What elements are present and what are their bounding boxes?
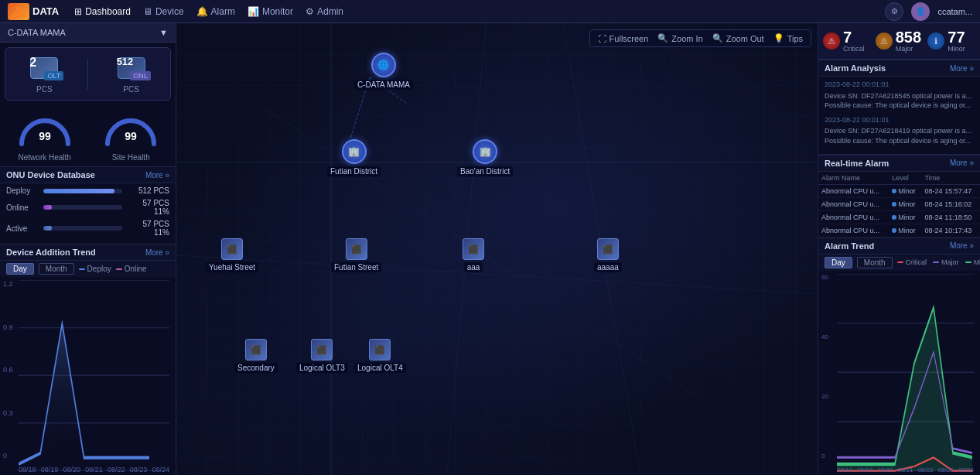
onu-count: 512 [117, 56, 134, 67]
olt-badge: OLT [44, 71, 63, 80]
fullscreen-icon: ⛶ [598, 34, 606, 43]
tips-button[interactable]: 💡 Tips [773, 33, 803, 43]
col-level: Level [889, 172, 921, 185]
month-button[interactable]: Month [39, 263, 74, 275]
olt4-node[interactable]: ⬛ Logical OLT4 [354, 339, 406, 373]
critical-alarm-item: ⚠ 7 Critical [823, 29, 871, 53]
col-alarm-name: Alarm Name [818, 172, 889, 185]
deploy-bar-bg [43, 189, 122, 193]
baoan-district-node[interactable]: 🏢 Bao'an District [457, 139, 513, 176]
root-node-icon: 🌐 [371, 53, 396, 77]
nav-monitor[interactable]: 📊 Monitor [248, 6, 293, 17]
level-badge-4: Minor [892, 227, 916, 234]
alarm-month-button[interactable]: Month [857, 257, 893, 268]
tips-icon: 💡 [773, 33, 784, 43]
major-legend: Major [933, 258, 959, 266]
zoom-in-button[interactable]: 🔍 Zoom In [657, 33, 702, 43]
futian-street-node[interactable]: ⬛ Futian Street [331, 238, 381, 272]
username: ccatam... [937, 7, 972, 16]
nav-dashboard[interactable]: ⊞ Dashboard [74, 6, 131, 17]
realtime-alarm-content: Alarm Name Level Time Abnormal CPU u... … [818, 172, 980, 238]
onu-item: 512 ONL PCS [112, 54, 151, 94]
critical-label: Critical [843, 45, 865, 53]
major-count: 858 [896, 29, 921, 45]
table-row: Abnormal CPU u... Minor 08-24 11:18:50 [818, 210, 980, 224]
alarm-analysis-more[interactable]: More » [950, 64, 974, 73]
secondary-node[interactable]: ⬛ Secondary [234, 339, 278, 373]
alarm-table: Alarm Name Level Time Abnormal CPU u... … [818, 172, 980, 238]
row1-level: Minor [889, 184, 921, 197]
alarm-day-button[interactable]: Day [825, 257, 852, 268]
center-map: ⛶ Fullscreen 🔍 Zoom In 🔍 Zoom Out 💡 Tips [176, 23, 818, 475]
aaa-icon: ⬛ [463, 238, 484, 260]
olt3-node[interactable]: ⬛ Logical OLT3 [296, 339, 348, 373]
nav-items: ⊞ Dashboard 🖥 Device 🔔 Alarm 📊 Monitor ⚙… [74, 6, 869, 17]
aaaaa-node[interactable]: ⬛ aaaaa [594, 238, 622, 272]
row2-level: Minor [889, 197, 921, 210]
legend-deploy: Deploy [79, 265, 111, 273]
critical-legend: Critical [897, 258, 927, 266]
olt-count: 2 [29, 56, 36, 70]
zoom-out-button[interactable]: 🔍 Zoom Out [712, 33, 764, 43]
table-row: Abnormal CPU u... Minor 08-24 10:17:43 [818, 224, 980, 237]
settings-button[interactable]: ⚙ [885, 2, 903, 21]
row2-time: 08-24 15:16:02 [922, 197, 980, 210]
nav-alarm[interactable]: 🔔 Alarm [196, 6, 235, 17]
online-bar-bg [43, 205, 122, 210]
olt3-icon: ⬛ [311, 339, 333, 361]
fullscreen-button[interactable]: ⛶ Fullscreen [598, 34, 649, 43]
nav-device[interactable]: 🖥 Device [143, 6, 184, 17]
svg-text:99: 99 [125, 130, 137, 142]
baoan-district-label: Bao'an District [457, 166, 513, 176]
table-row: Abnormal CPU u... Minor 08-24 15:16:02 [818, 197, 980, 210]
root-node[interactable]: 🌐 C-DATA MAMA [354, 53, 413, 90]
critical-icon: ⚠ [823, 32, 840, 50]
major-icon: ⚠ [876, 32, 893, 50]
row3-time: 08-24 11:18:50 [922, 210, 980, 224]
realtime-alarm-more[interactable]: More » [950, 159, 974, 167]
alarm-table-header: Alarm Name Level Time [818, 172, 980, 185]
onu-db-header: ONU Device Database More » [0, 166, 176, 183]
alarm-ts-1: 2023-08-22 00:01:01 [825, 80, 974, 90]
olt-icon-box: 2 OLT [25, 54, 63, 82]
alarm-trend-title: Alarm Trend [825, 241, 874, 251]
row1-time: 08-24 15:57:47 [922, 184, 980, 197]
secondary-icon: ⬛ [245, 339, 267, 361]
svg-marker-9 [19, 323, 149, 470]
day-button[interactable]: Day [6, 263, 34, 275]
futian-street-label: Futian Street [331, 262, 381, 272]
futian-district-icon: 🏢 [342, 139, 367, 164]
aaa-node[interactable]: ⬛ aaa [463, 238, 484, 272]
secondary-label: Secondary [234, 363, 278, 373]
device-trend-more[interactable]: More » [145, 248, 169, 257]
row4-name: Abnormal CPU u... [818, 224, 889, 237]
active-value: 57 PCS 11% [127, 220, 169, 237]
olt-item: 2 OLT PCS [25, 54, 63, 94]
svg-marker-29 [837, 307, 972, 470]
alarm-trend-more[interactable]: More » [950, 241, 974, 250]
trend-controls: Day Month Deploy Online [0, 261, 176, 277]
baoan-district-icon: 🏢 [473, 139, 497, 164]
device-summary: 2 OLT PCS 512 ONL PCS [5, 47, 171, 101]
onu-db-more[interactable]: More » [145, 171, 169, 179]
nav-admin[interactable]: ⚙ Admin [306, 6, 343, 17]
col-time: Time [922, 172, 980, 185]
alarm-entry-1: 2023-08-22 00:01:01 Device SN: DF27A6218… [825, 80, 974, 111]
row1-name: Abnormal CPU u... [818, 184, 889, 197]
alarm-analysis-title: Alarm Analysis [825, 63, 886, 73]
site-health-svg: 99 [100, 105, 162, 152]
site-health-label: Site Health [112, 153, 150, 162]
alarm-device-1: Device SN: DF27A6218545 optical power is… [825, 91, 974, 101]
major-info: 858 Major [896, 29, 921, 53]
olt3-label: Logical OLT3 [296, 363, 348, 373]
admin-icon: ⚙ [306, 6, 314, 17]
dropdown-arrow-icon: ▼ [159, 28, 168, 37]
stat-row-active: Active 57 PCS 11% [6, 220, 169, 237]
online-legend-dot [116, 268, 122, 270]
alarm-trend-legend: Critical Major Minor [897, 258, 980, 266]
device-trend-title: Device Addition Trend [6, 248, 96, 257]
yuehai-street-node[interactable]: ⬛ Yuehai Street [206, 238, 258, 272]
deploy-bar [43, 189, 114, 193]
site-dropdown[interactable]: C-DATA MAMA ▼ [0, 23, 176, 43]
futian-district-node[interactable]: 🏢 Futian District [327, 139, 381, 176]
